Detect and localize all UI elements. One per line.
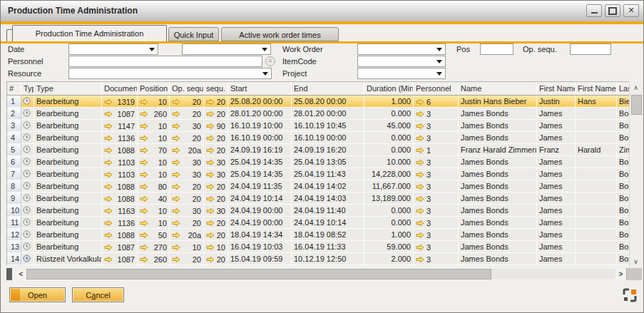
link-arrow-icon[interactable] [140,244,148,251]
table-row[interactable]: 11Bearbeitung113610202024.04.19 00:0024.… [7,217,629,229]
table-row[interactable]: 10Bearbeitung116310303024.04.19 00:0024.… [7,205,629,217]
link-arrow-icon[interactable] [140,195,148,202]
link-arrow-icon[interactable] [172,123,180,130]
row-number[interactable]: 5 [7,144,21,156]
row-number[interactable]: 10 [7,205,21,217]
link-arrow-icon[interactable] [172,232,180,239]
link-arrow-icon[interactable] [172,244,180,251]
link-arrow-icon[interactable] [206,195,215,202]
link-arrow-icon[interactable] [104,195,113,202]
date-to-combobox[interactable] [182,43,271,55]
tab-production-time-administration[interactable]: Production Time Administration [12,25,167,41]
link-arrow-icon[interactable] [140,183,148,190]
link-arrow-icon[interactable] [172,111,180,118]
minimize-button[interactable] [586,4,602,17]
row-number[interactable]: 2 [7,108,21,120]
form-resize-grip-icon[interactable] [623,288,637,302]
link-arrow-icon[interactable] [140,147,148,154]
link-arrow-icon[interactable] [416,135,424,142]
column-header-first-name[interactable]: First Name [537,82,576,95]
row-number[interactable]: 11 [7,217,21,229]
link-arrow-icon[interactable] [206,207,215,215]
link-arrow-icon[interactable] [206,98,215,106]
link-arrow-icon[interactable] [140,135,148,142]
horizontal-scrollbar-thumb[interactable] [26,269,491,279]
date-from-combobox[interactable] [68,43,158,55]
personnel-input[interactable] [68,56,262,67]
link-arrow-icon[interactable] [172,207,180,215]
link-arrow-icon[interactable] [206,220,215,227]
table-row[interactable]: 4Bearbeitung113610202016.10.19 00:0016.1… [7,132,629,144]
item-code-combobox[interactable] [357,56,446,67]
link-arrow-icon[interactable] [416,171,424,178]
scroll-right-button[interactable]: > [615,270,626,278]
link-arrow-icon[interactable] [140,111,148,118]
link-arrow-icon[interactable] [172,183,180,190]
column-header-first-name-2[interactable]: First Name 2 [576,82,617,95]
link-arrow-icon[interactable] [416,111,424,118]
link-arrow-icon[interactable] [206,171,215,178]
close-button[interactable]: ✕ [623,4,639,17]
column-header-document[interactable]: Document [102,82,138,95]
horizontal-scrollbar[interactable]: < > [6,268,642,280]
link-arrow-icon[interactable] [172,195,180,202]
scroll-down-button[interactable]: ∨ [630,255,642,267]
tab-quick-input[interactable]: Quick Input [168,27,219,41]
column-header-start[interactable]: Start [228,82,292,95]
link-arrow-icon[interactable] [104,220,113,227]
link-arrow-icon[interactable] [416,159,424,166]
column-header-typ[interactable]: Typ [21,82,34,95]
link-arrow-icon[interactable] [104,171,113,178]
link-arrow-icon[interactable] [206,232,215,239]
column-header-position[interactable]: Position [138,82,170,95]
link-arrow-icon[interactable] [206,256,215,263]
link-arrow-icon[interactable] [206,123,215,130]
link-arrow-icon[interactable] [140,123,148,130]
row-number[interactable]: 12 [7,229,21,241]
row-number[interactable]: 13 [7,241,21,253]
column-header-duration-min[interactable]: Duration (Min) [364,82,414,95]
link-arrow-icon[interactable] [104,232,113,239]
link-arrow-icon[interactable] [104,183,113,190]
table-row[interactable]: 2Bearbeitung1087260202028.01.20 00:0028.… [7,108,629,120]
link-arrow-icon[interactable] [104,159,113,166]
column-header-sequ-id[interactable]: sequ. ID [204,82,228,95]
link-arrow-icon[interactable] [416,207,424,215]
link-arrow-icon[interactable] [172,98,180,106]
link-arrow-icon[interactable] [206,159,215,166]
link-arrow-icon[interactable] [104,98,113,106]
row-number[interactable]: 9 [7,193,21,205]
column-header-personnel[interactable]: Personnel [414,82,459,95]
table-row[interactable]: 1Bearbeitung131910202025.08.20 00:0025.0… [7,96,629,108]
pos-input[interactable] [480,43,513,55]
link-arrow-icon[interactable] [140,171,148,178]
column-header-op-sequ[interactable]: Op. sequ. [170,82,204,95]
link-arrow-icon[interactable] [206,135,215,142]
vertical-scrollbar-thumb[interactable] [631,95,642,115]
link-arrow-icon[interactable] [416,220,424,227]
table-row[interactable]: 9Bearbeitung108840202024.04.19 10:1424.0… [7,193,629,205]
link-arrow-icon[interactable] [172,171,180,178]
link-arrow-icon[interactable] [172,159,180,166]
link-arrow-icon[interactable] [104,135,113,142]
table-row[interactable]: 6Bearbeitung110310303025.04.19 14:3525.0… [7,156,629,168]
link-arrow-icon[interactable] [140,159,148,166]
link-arrow-icon[interactable] [140,207,148,215]
link-arrow-icon[interactable] [104,147,113,154]
row-number[interactable]: 7 [7,168,21,180]
link-arrow-icon[interactable] [104,244,113,251]
row-number[interactable]: 14 [7,253,21,265]
op-sequ-input[interactable] [570,43,611,55]
column-header-[interactable]: # [7,82,21,95]
link-arrow-icon[interactable] [140,232,148,239]
column-header-name[interactable]: Name [459,82,537,95]
link-arrow-icon[interactable] [206,111,215,118]
link-arrow-icon[interactable] [104,111,113,118]
link-arrow-icon[interactable] [104,207,113,215]
link-arrow-icon[interactable] [416,98,424,106]
table-row[interactable]: 13Bearbeitung1087270101016.04.19 10:0316… [7,241,629,253]
link-arrow-icon[interactable] [416,183,424,190]
link-arrow-icon[interactable] [206,147,215,154]
column-header-end[interactable]: End [292,82,364,95]
row-number[interactable]: 3 [7,120,21,132]
